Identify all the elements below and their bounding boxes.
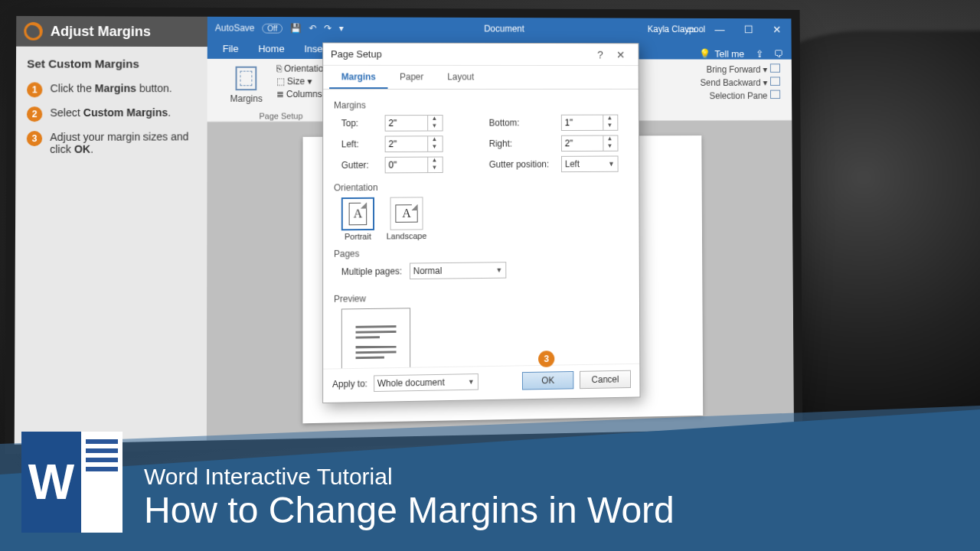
undo-icon[interactable]: ↶	[309, 23, 317, 34]
portrait-label: Portrait	[345, 232, 371, 241]
tab-margins[interactable]: Margins	[329, 66, 387, 89]
maximize-button[interactable]: ☐	[734, 18, 763, 41]
tellme-text[interactable]: Tell me	[714, 48, 744, 59]
ok-button[interactable]: OK	[522, 371, 573, 390]
apply-to-label: Apply to:	[332, 378, 368, 390]
send-backward-button[interactable]: Send Backward ▾	[701, 77, 781, 87]
autosave-toggle[interactable]: Off	[262, 23, 283, 33]
dialog-help-button[interactable]: ?	[590, 48, 611, 60]
multiple-pages-select[interactable]: Normal▼	[410, 262, 506, 279]
top-label: Top:	[341, 118, 385, 129]
pages-section-label: Pages	[334, 246, 629, 259]
step-1: 1Click the Margins button.	[25, 77, 198, 102]
qat-customize-icon[interactable]: ▾	[339, 23, 344, 34]
guide-header: Adjust Margins	[16, 16, 207, 47]
tab-paper[interactable]: Paper	[387, 66, 435, 89]
top-spinner[interactable]: ▲▼	[385, 115, 443, 132]
redo-icon[interactable]: ↷	[324, 23, 332, 34]
gutter-spinner[interactable]: ▲▼	[385, 157, 443, 174]
close-button[interactable]: ✕	[763, 18, 791, 41]
margins-label: Margins	[230, 93, 263, 104]
orientation-portrait[interactable]: Portrait	[341, 197, 374, 241]
gutter-position-select[interactable]: Left▼	[561, 156, 619, 173]
dialog-close-button[interactable]: ✕	[610, 48, 631, 60]
top-input[interactable]	[386, 116, 428, 131]
tellme-icon[interactable]: 💡	[699, 48, 710, 59]
bring-forward-button[interactable]: Bring Forward ▾	[707, 64, 780, 74]
ribbon-options-icon[interactable]: ▭	[676, 18, 705, 41]
step-1-badge: 1	[27, 82, 42, 97]
page-setup-dialog: Page Setup ? ✕ Margins Paper Layout Marg…	[322, 42, 640, 403]
tutorial-guide-panel: Adjust Margins Set Custom Margins 1Click…	[15, 16, 207, 445]
word-titlebar: AutoSave Off 💾 ↶ ↷ ▾ Document Kayla Clay…	[207, 17, 792, 41]
tab-home[interactable]: Home	[249, 40, 293, 59]
apply-to-select[interactable]: Whole document▼	[374, 373, 479, 392]
step-3-text: Adjust your margin sizes and click OK.	[50, 130, 196, 155]
step-3-badge: 3	[27, 131, 42, 146]
save-icon[interactable]: 💾	[290, 23, 302, 34]
step-3-callout: 3	[538, 350, 554, 367]
autosave-label: AutoSave	[215, 23, 255, 34]
selection-pane-button[interactable]: Selection Pane	[710, 90, 781, 101]
step-3: 3Adjust your margin sizes and click OK.	[25, 126, 198, 160]
tab-file[interactable]: File	[214, 40, 248, 59]
right-input[interactable]	[562, 136, 603, 152]
step-2: 2Select Custom Margins.	[25, 102, 198, 126]
preview-thumbnail	[341, 308, 410, 368]
tab-layout[interactable]: Layout	[436, 66, 486, 89]
step-2-text: Select Custom Margins.	[50, 106, 171, 119]
gutter-label: Gutter:	[341, 160, 385, 171]
cancel-button[interactable]: Cancel	[580, 370, 631, 389]
bottom-label: Bottom:	[489, 118, 561, 129]
orientation-section-label: Orientation	[334, 181, 629, 193]
minimize-button[interactable]: —	[705, 18, 734, 41]
gutter-position-label: Gutter position:	[489, 159, 561, 170]
preview-section-label: Preview	[334, 290, 629, 305]
right-label: Right:	[489, 139, 561, 149]
bottom-input[interactable]	[562, 116, 603, 130]
guide-title: Adjust Margins	[51, 23, 151, 39]
margins-icon	[236, 67, 257, 90]
left-spinner[interactable]: ▲▼	[385, 135, 443, 152]
step-2-badge: 2	[27, 106, 42, 122]
gutter-input[interactable]	[386, 158, 428, 173]
multiple-pages-label: Multiple pages:	[341, 266, 402, 278]
monitor-screen: Adjust Margins Set Custom Margins 1Click…	[15, 16, 794, 445]
guide-subtitle: Set Custom Margins	[16, 47, 207, 75]
share-icon[interactable]: ⇪	[756, 48, 763, 59]
dialog-title: Page Setup	[331, 48, 382, 60]
document-title: Document	[484, 24, 524, 34]
step-1-text: Click the Margins button.	[51, 82, 172, 94]
guide-steps: 1Click the Margins button. 2Select Custo…	[15, 74, 207, 163]
left-label: Left:	[341, 139, 385, 149]
left-input[interactable]	[386, 136, 428, 152]
landscape-label: Landscape	[387, 231, 427, 240]
right-spinner[interactable]: ▲▼	[561, 135, 619, 152]
guide-logo-icon	[24, 22, 42, 41]
margins-section-label: Margins	[334, 99, 629, 110]
bottom-spinner[interactable]: ▲▼	[561, 115, 619, 131]
comments-icon[interactable]: 🗨	[773, 48, 782, 59]
orientation-landscape[interactable]: Landscape	[387, 197, 427, 240]
